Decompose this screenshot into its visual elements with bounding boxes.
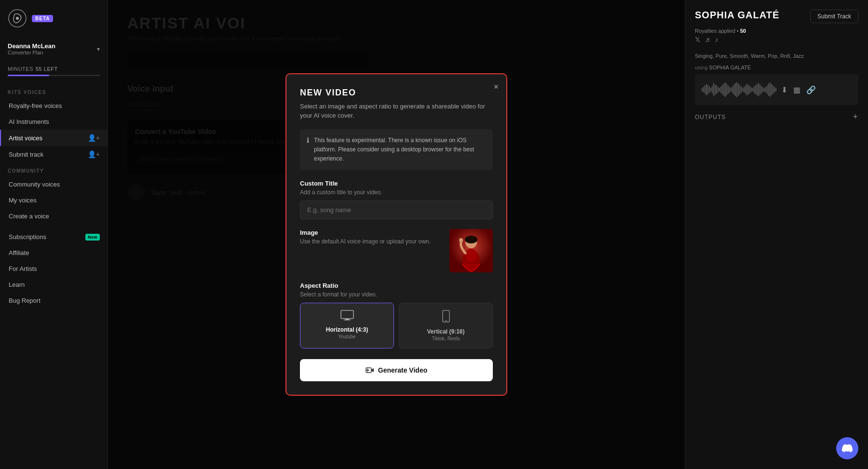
share-icon[interactable]: 🔗 <box>806 85 816 94</box>
new-badge: New <box>85 234 100 241</box>
sidebar: BETA Deanna McLean Converter Plan ▾ MINU… <box>0 0 108 469</box>
community-section-label: COMMUNITY <box>0 162 108 176</box>
aspect-options: Horizontal (4:3) Youtube Vertical (9:16)… <box>300 303 493 348</box>
custom-title-label: Custom Title <box>300 180 493 187</box>
svg-rect-10 <box>344 320 351 321</box>
sidebar-item-ai-instruments[interactable]: AI Instruments <box>0 114 108 130</box>
spotify-icon[interactable]: ♬ <box>705 36 710 43</box>
royalties-count: 50 <box>740 28 746 34</box>
sidebar-item-label: Create a voice <box>9 213 49 220</box>
download-icon[interactable]: ⬇ <box>781 85 787 94</box>
sidebar-item-label: Submit track <box>9 151 43 158</box>
add-user-icon: 👤+ <box>88 150 100 158</box>
sidebar-item-submit-track[interactable]: Submit track 👤+ <box>0 146 108 162</box>
info-box: ℹ This feature is experimental. There is… <box>300 129 493 171</box>
svg-point-7 <box>459 238 463 242</box>
user-name: Deanna McLean <box>8 42 55 50</box>
sidebar-item-label: For Artists <box>9 265 37 272</box>
sidebar-item-label: Artist voices <box>9 134 42 142</box>
vertical-icon <box>404 310 488 325</box>
artist-thumbnail[interactable] <box>449 229 493 272</box>
user-info: Deanna McLean Converter Plan <box>8 42 55 55</box>
info-text: This feature is experimental. There is a… <box>314 136 486 164</box>
waveform-actions: ⬇ ▦ 🔗 <box>781 85 816 94</box>
thumbnail-inner <box>449 229 493 272</box>
right-panel: SOPHIA GALATÉ Submit Track Royalties app… <box>685 0 868 469</box>
sidebar-item-label: Community voices <box>9 181 60 188</box>
progress-fill <box>8 75 49 76</box>
outputs-header: OUTPUTS + <box>695 112 858 122</box>
add-output-icon[interactable]: + <box>853 112 858 122</box>
modal-overlay[interactable]: × NEW VIDEO Select an image and aspect r… <box>108 0 685 469</box>
aspect-vertical[interactable]: Vertical (9:16) Tiktok, Reels <box>399 303 493 348</box>
image-label: Image <box>300 229 440 236</box>
add-user-icon: 👤+ <box>88 134 100 142</box>
aspect-ratio-label: Aspect Ratio <box>300 282 493 289</box>
svg-rect-12 <box>445 321 447 322</box>
svg-point-1 <box>16 17 19 20</box>
artist-image <box>449 229 493 272</box>
generate-video-button[interactable]: Generate Video <box>300 359 493 381</box>
sidebar-item-bug-report[interactable]: Bug Report <box>0 293 108 308</box>
waveform-bars <box>702 81 776 98</box>
waveform-area: ⬇ ▦ 🔗 <box>695 74 858 105</box>
discord-button[interactable] <box>836 437 858 459</box>
phone-icon <box>442 310 450 322</box>
svg-rect-11 <box>443 310 449 322</box>
horizontal-desc: Youtube <box>305 334 389 339</box>
svg-point-4 <box>465 249 477 262</box>
sidebar-item-subscriptions[interactable]: Subscriptions New <box>0 229 108 245</box>
sidebar-item-affiliate[interactable]: Affiliate <box>0 245 108 261</box>
discord-icon <box>842 443 853 454</box>
info-icon: ℹ <box>307 136 309 164</box>
minutes-label: MINUTES 55 left <box>8 66 100 72</box>
sidebar-item-community-voices[interactable]: Community voices <box>0 176 108 192</box>
tiktok-icon[interactable]: ♪ <box>715 36 719 43</box>
user-section[interactable]: Deanna McLean Converter Plan ▾ <box>0 37 108 61</box>
vertical-desc: Tiktok, Reels <box>404 336 488 341</box>
kits-voices-section-label: KITS VOICES <box>0 84 108 98</box>
artist-tags: Singing, Pure, Smooth, Warm, Pop, Rn8, J… <box>695 53 858 59</box>
horizontal-name: Horizontal (4:3) <box>305 326 389 333</box>
sidebar-item-label: AI Instruments <box>9 118 49 125</box>
aspect-ratio-section: Aspect Ratio Select a format for your vi… <box>300 282 493 348</box>
sidebar-item-create-voice[interactable]: Create a voice <box>0 208 108 224</box>
aspect-horizontal[interactable]: Horizontal (4:3) Youtube <box>300 303 394 348</box>
modal-close-button[interactable]: × <box>493 82 499 92</box>
modal-subtitle: Select an image and aspect ratio to gene… <box>300 102 493 121</box>
sidebar-item-label: Bug Report <box>9 297 41 304</box>
kits-logo <box>8 9 27 28</box>
custom-title-sub: Add a custom title to your video. <box>300 189 493 196</box>
sidebar-item-learn[interactable]: Learn <box>0 277 108 293</box>
outputs-label: OUTPUTS <box>695 114 726 121</box>
custom-title-input[interactable] <box>300 201 493 219</box>
svg-rect-8 <box>341 310 353 319</box>
twitter-icon[interactable]: 𝕏 <box>695 36 700 43</box>
chevron-down-icon: ▾ <box>97 46 100 53</box>
horizontal-icon <box>305 310 389 323</box>
royalties-tag: Royalties applied • 50 <box>695 28 858 34</box>
modal-title: NEW VIDEO <box>300 88 493 98</box>
aspect-ratio-sub: Select a format for your video. <box>300 291 493 298</box>
sidebar-item-label: Subscriptions <box>9 233 46 241</box>
sidebar-item-my-voices[interactable]: My voices <box>0 192 108 208</box>
minutes-section: MINUTES 55 left <box>0 61 108 84</box>
sidebar-item-label: Learn <box>9 281 25 288</box>
sidebar-header: BETA <box>0 0 108 37</box>
vertical-name: Vertical (9:16) <box>404 328 488 335</box>
sidebar-item-for-artists[interactable]: For Artists <box>0 261 108 277</box>
desktop-icon <box>340 310 354 321</box>
svg-rect-9 <box>345 319 349 320</box>
sidebar-item-artist-voices[interactable]: Artist voices 👤+ <box>0 130 108 146</box>
sidebar-item-royalty-free[interactable]: Royalty-free voices <box>0 98 108 114</box>
artist-header: SOPHIA GALATÉ Submit Track <box>695 10 858 23</box>
video-icon[interactable]: ▦ <box>793 85 800 94</box>
beta-badge: BETA <box>32 15 53 22</box>
image-info: Image Use the default AI voice image or … <box>300 229 440 250</box>
main-content: ARTIST AI VOI Kits library of officially… <box>108 0 685 469</box>
user-plan: Converter Plan <box>8 50 55 55</box>
submit-track-button[interactable]: Submit Track <box>810 10 858 23</box>
sidebar-item-label: My voices <box>9 197 37 204</box>
new-video-modal: × NEW VIDEO Select an image and aspect r… <box>285 73 507 396</box>
image-sub: Use the default AI voice image or upload… <box>300 238 440 245</box>
